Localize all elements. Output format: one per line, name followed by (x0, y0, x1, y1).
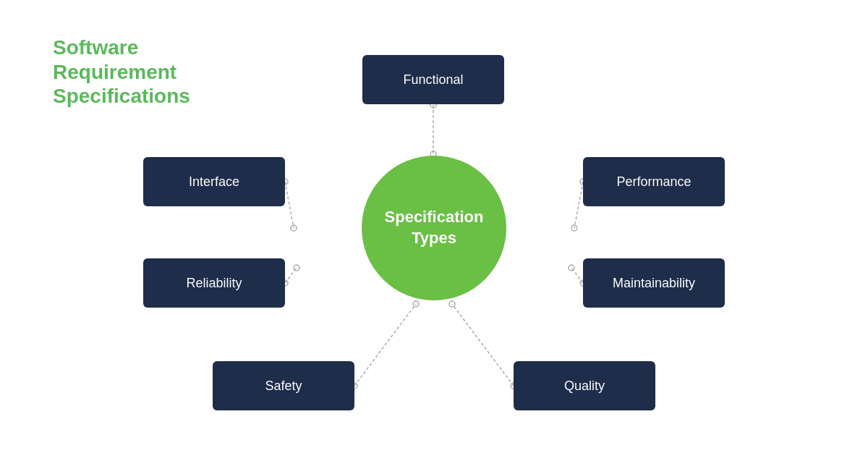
center-circle: SpecificationTypes (362, 156, 506, 300)
svg-line-6 (574, 182, 583, 228)
node-functional: Functional (362, 55, 504, 104)
svg-point-20 (449, 301, 455, 307)
title-block: Software Requirement Specifications (53, 35, 190, 109)
node-maintainability: Maintainability (583, 258, 725, 308)
node-quality: Quality (514, 361, 655, 410)
node-reliability: Reliability (143, 258, 285, 308)
node-safety: Safety (213, 361, 354, 410)
svg-point-17 (413, 301, 419, 307)
svg-line-15 (354, 304, 416, 386)
svg-line-9 (285, 268, 297, 283)
title-line2: Requirement (53, 60, 190, 85)
center-label: SpecificationTypes (385, 207, 484, 248)
title-line1: Software (53, 35, 190, 60)
svg-point-14 (569, 265, 574, 271)
title-line3: Specifications (53, 84, 190, 109)
svg-point-5 (291, 225, 297, 231)
svg-line-18 (452, 304, 514, 386)
node-interface: Interface (143, 157, 285, 206)
svg-line-3 (285, 182, 294, 228)
svg-point-11 (294, 265, 299, 271)
node-performance: Performance (583, 157, 725, 206)
svg-point-8 (571, 225, 577, 231)
svg-line-12 (571, 268, 583, 283)
